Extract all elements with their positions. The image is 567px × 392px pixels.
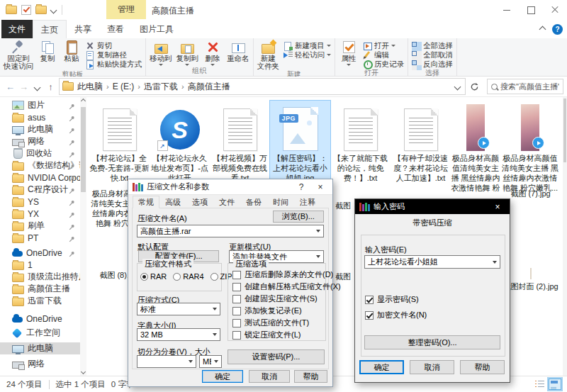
sidebar-item-此电脑[interactable]: 此电脑 bbox=[0, 342, 80, 354]
sidebar-item-NVIDIA Corpora[interactable]: NVIDIA Corpora bbox=[0, 172, 80, 184]
file-item[interactable]: 极品身材高颜值清纯美女主播 黑丝情趣内衣激情艳舞 粉穴嫩乳... bbox=[451, 101, 500, 193]
ribbon-button-newitem[interactable]: 新建项目 bbox=[281, 41, 333, 50]
sidebar-item-此电脑[interactable]: 此电脑 bbox=[0, 123, 80, 135]
file-item[interactable]: 【有种子却没速度？来村花论坛人工加速】.txt bbox=[391, 101, 451, 193]
maximize-button[interactable] bbox=[519, 0, 543, 20]
sidebar-item-高颜值主播[interactable]: 高颜值主播 bbox=[0, 283, 80, 295]
collapse-ribbon-icon[interactable] bbox=[539, 26, 546, 33]
sidebar-item-《数据结构》课程[interactable]: 《数据结构》课程 bbox=[0, 159, 80, 172]
format-radio-RAR4[interactable]: RAR4 bbox=[173, 272, 203, 281]
organize-passwords-button[interactable]: 整理密码(O)... bbox=[364, 335, 500, 349]
set-password-button[interactable]: 设置密码(P)... bbox=[228, 349, 325, 364]
breadcrumb-item[interactable]: 迅雷下载 bbox=[140, 81, 181, 93]
breadcrumb-item[interactable]: E (E:) bbox=[109, 82, 138, 91]
breadcrumb-item[interactable]: 此电脑 bbox=[74, 81, 106, 93]
ribbon-button-copyto[interactable]: 复制到 bbox=[174, 39, 201, 67]
up-icon[interactable]: ↑ bbox=[44, 82, 57, 92]
sidebar-item-回收站[interactable]: 回收站 bbox=[0, 147, 80, 159]
details-view-icon[interactable] bbox=[535, 380, 544, 388]
folder-icon[interactable] bbox=[35, 6, 47, 14]
forward-icon[interactable]: → bbox=[17, 82, 30, 92]
ribbon-button-newfolder[interactable]: 新建 文件夹 bbox=[255, 39, 282, 70]
close-icon[interactable]: × bbox=[313, 182, 328, 192]
sidebar-item-1[interactable]: 1 bbox=[0, 259, 80, 271]
folder-icon[interactable] bbox=[6, 6, 17, 14]
sidebar-item-PT[interactable]: PT bbox=[0, 232, 80, 244]
sidebar-item-YX[interactable]: YX bbox=[0, 208, 80, 220]
password-option-checkbox[interactable]: 显示密码(S) bbox=[365, 294, 427, 305]
close-button[interactable] bbox=[543, 0, 567, 20]
ribbon-button-selnone[interactable]: 全部取消 bbox=[410, 50, 455, 60]
archive-name-input[interactable]: 高颜值主播.rar bbox=[137, 225, 324, 237]
browse-button[interactable]: 浏览(B)... bbox=[273, 211, 324, 223]
rar-option-checkbox[interactable]: 压缩后删除原来的文件(D) bbox=[232, 269, 333, 280]
help-icon[interactable]: ? bbox=[552, 24, 563, 35]
tab-查看[interactable]: 查看 bbox=[99, 20, 132, 38]
ribbon-button-history[interactable]: 历史记录 bbox=[361, 60, 406, 69]
sidebar-item-工作空间[interactable]: 工作空间 bbox=[0, 327, 80, 339]
file-item[interactable]: 截图 (7).jpg bbox=[500, 186, 561, 198]
breadcrumb[interactable]: 此电脑›E (E:)›迅雷下载›高颜值主播 bbox=[59, 78, 466, 95]
sidebar-item-图片[interactable]: 图片 bbox=[0, 99, 80, 111]
minimize-button[interactable] bbox=[495, 0, 519, 20]
thumbnail-view-icon[interactable] bbox=[549, 379, 561, 390]
password-ok-button[interactable]: 确定 bbox=[359, 360, 404, 374]
scrollbar-thumb[interactable] bbox=[81, 107, 86, 192]
file-area-scrollbar[interactable] bbox=[563, 97, 567, 376]
rar-tab-高级[interactable]: 高级 bbox=[159, 196, 186, 208]
rar-cancel-button[interactable]: 取消 bbox=[249, 370, 290, 383]
rar-tab-常规[interactable]: 常规 bbox=[133, 196, 159, 208]
rar-tab-选项[interactable]: 选项 bbox=[186, 196, 213, 208]
sidebar-item-顶级流出推特反差女[interactable]: 顶级流出推特反差女 bbox=[0, 271, 80, 283]
file-item[interactable]: 极品身材高颜值清纯美女主播 黑丝情趣内衣激情艳舞 粉穴嫩乳... bbox=[500, 101, 560, 193]
sidebar-item-C程序设计[interactable]: C程序设计 bbox=[0, 184, 80, 196]
breadcrumb-item[interactable]: 高颜值主播 bbox=[184, 81, 234, 93]
rar-ok-button[interactable]: 确定 bbox=[202, 370, 243, 383]
rar-tab-注释[interactable]: 注释 bbox=[294, 196, 321, 208]
rar-tab-时间[interactable]: 时间 bbox=[267, 196, 294, 208]
refresh-icon[interactable] bbox=[466, 79, 483, 94]
ribbon-button-copy[interactable]: 复制 bbox=[35, 39, 60, 70]
rar-option-checkbox[interactable]: 创建自解压格式压缩文件(X) bbox=[232, 281, 341, 292]
sidebar-item-刷单[interactable]: 刷单 bbox=[0, 220, 80, 232]
properties-icon[interactable] bbox=[21, 5, 31, 15]
rar-option-checkbox[interactable]: 创建固实压缩文件(S) bbox=[232, 293, 318, 304]
ribbon-button-open[interactable]: 打开 bbox=[361, 41, 406, 50]
ribbon-button-paste[interactable]: 粘贴 bbox=[60, 39, 84, 70]
ribbon-button-selinv[interactable]: 反向选择 bbox=[410, 60, 455, 69]
split-unit-select[interactable]: MB bbox=[199, 355, 222, 368]
ribbon-button-pin[interactable]: 固定到 快速访问 bbox=[1, 39, 35, 70]
rar-option-checkbox[interactable]: 锁定压缩文件(L) bbox=[232, 330, 301, 340]
scroll-down-icon[interactable] bbox=[81, 369, 86, 375]
dictionary-size-select[interactable]: 32 MB bbox=[137, 328, 220, 341]
close-icon[interactable]: × bbox=[490, 202, 505, 212]
ribbon-button-edit[interactable]: 编辑 bbox=[361, 50, 406, 60]
address-dropdown-chevron-icon[interactable] bbox=[455, 82, 462, 91]
rar-help-button[interactable]: 帮助 bbox=[294, 370, 327, 383]
sidebar-item-网络[interactable]: 网络 bbox=[0, 135, 80, 147]
ribbon-button-copypath[interactable]: 复制路径 bbox=[84, 50, 144, 60]
ribbon-button-selall[interactable]: 全部选择 bbox=[410, 41, 455, 50]
ribbon-button-cut[interactable]: 剪切 bbox=[84, 41, 144, 50]
password-input[interactable]: 上村花论坛看小姐姐 bbox=[364, 255, 500, 269]
sidebar-item-OneDrive[interactable]: OneDrive bbox=[0, 247, 80, 259]
search-input[interactable]: 搜索"高颜值主播" bbox=[487, 79, 563, 94]
ribbon-button-moveto[interactable]: 移动到 bbox=[147, 39, 174, 67]
password-help-button[interactable]: 帮助 bbox=[460, 360, 505, 374]
scroll-up-icon[interactable] bbox=[81, 98, 86, 104]
file-item[interactable]: 【来了就能下载的论坛，纯免费！】.txt bbox=[330, 101, 391, 193]
split-volumes-input[interactable] bbox=[137, 355, 196, 368]
sidebar-item-网络[interactable]: 网络 bbox=[0, 358, 80, 370]
sidebar-item-YS[interactable]: YS bbox=[0, 196, 80, 208]
dialog-help-button[interactable]: ? bbox=[293, 182, 309, 192]
ribbon-button-rename[interactable]: 重命名 bbox=[225, 39, 252, 67]
ribbon-button-shortcut[interactable]: 粘贴快捷方式 bbox=[84, 60, 144, 69]
qat-customize-chevron-icon[interactable] bbox=[50, 6, 57, 13]
sidebar-item-OneDrive[interactable]: OneDrive bbox=[0, 313, 80, 325]
sidebar-item-asus[interactable]: asus bbox=[0, 111, 80, 123]
password-option-checkbox[interactable]: 加密文件名(N) bbox=[365, 310, 427, 320]
tab-主页[interactable]: 主页 bbox=[33, 20, 67, 39]
recent-locations-chevron-icon[interactable] bbox=[30, 82, 44, 92]
ribbon-button-delete[interactable]: 删除 bbox=[201, 39, 225, 67]
rar-tab-文件[interactable]: 文件 bbox=[213, 196, 240, 208]
